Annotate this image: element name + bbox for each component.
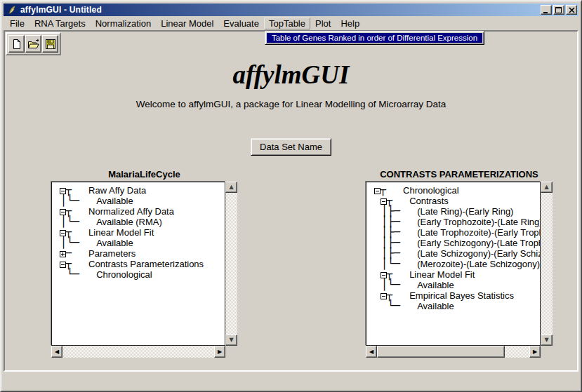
toptable-dropdown-menu: Table of Genes Ranked in order of Differ… — [265, 31, 484, 45]
collapse-box-icon[interactable] — [381, 272, 387, 278]
scroll-left-button[interactable]: ◀ — [51, 346, 62, 358]
scroll-right-button[interactable]: ▶ — [529, 346, 541, 358]
tree-node-label: Available — [417, 301, 454, 311]
minimize-button[interactable] — [541, 5, 552, 15]
right-vertical-scrollbar[interactable]: ▲ ▼ — [541, 182, 553, 346]
maximize-icon — [555, 7, 562, 13]
tree-node-label: Available — [96, 238, 133, 248]
tree-node[interactable]: └─ Available — [375, 301, 540, 311]
tree-node-label: Available — [417, 280, 454, 290]
arrow-right-icon: ▶ — [533, 349, 537, 355]
scrollbar-track[interactable] — [541, 193, 553, 334]
save-file-icon — [45, 39, 56, 50]
tree-node-label: (Early Trophozoite)-(Late Ring) — [417, 217, 541, 227]
tree-malaria-life-cycle: ┬ Raw Affy Data │└─ Available ┬ Normaliz… — [51, 182, 225, 346]
scroll-right-button[interactable]: ▶ — [214, 346, 225, 358]
collapse-box-icon[interactable] — [381, 198, 387, 205]
tree-node[interactable]: └─ Chronological — [60, 269, 225, 280]
open-file-icon — [27, 39, 40, 50]
new-file-icon — [11, 39, 22, 50]
tree-node[interactable]: │└─ Available (RMA) — [60, 217, 225, 227]
arrow-left-icon: ◀ — [369, 349, 373, 355]
arrow-right-icon: ▶ — [218, 349, 222, 355]
scrollbar-thumb[interactable] — [377, 346, 505, 358]
arrow-up-icon: ▲ — [544, 184, 548, 190]
feather-icon — [6, 5, 18, 15]
menu-item[interactable]: RNA Targets — [29, 18, 91, 29]
tree-node[interactable]: │└─ Available — [60, 238, 225, 248]
tree-node-label: Linear Model Fit — [88, 227, 154, 238]
close-button[interactable] — [566, 5, 577, 15]
open-file-button[interactable] — [25, 35, 41, 53]
dataset-button-row: Data Set Name — [5, 138, 577, 156]
tree-node-label: Chronological — [96, 269, 152, 280]
menu-bar: File RNA Targets Normalization Linear Mo… — [4, 17, 578, 30]
new-file-button[interactable] — [8, 35, 25, 53]
collapse-box-icon[interactable] — [60, 262, 66, 268]
right-horizontal-scrollbar[interactable]: ◀ ▶ — [366, 346, 541, 358]
window-title: affylmGUI - Untitled — [20, 5, 102, 15]
content-frame: affylmGUI Welcome to affylmGUI, a packag… — [4, 30, 578, 372]
save-file-button[interactable] — [42, 35, 58, 53]
maximize-button[interactable] — [553, 5, 564, 15]
menu-item[interactable]: Normalization — [91, 18, 156, 29]
left-panel-header: MalariaLifeCycle — [51, 169, 237, 180]
tree-node-label: (Late Ring)-(Early Ring) — [417, 206, 513, 217]
tree-node[interactable]: ─ Parameters — [60, 248, 225, 259]
tree-node-label: Empirical Bayes Statistics — [409, 290, 514, 301]
scroll-up-button[interactable]: ▲ — [541, 182, 553, 193]
tree-node-label: Parameters — [88, 248, 135, 259]
menu-item-table-of-genes[interactable]: Table of Genes Ranked in order of Differ… — [267, 33, 482, 43]
right-panel-header: CONTRASTS PARAMETERIZATIONS — [366, 169, 553, 180]
collapse-box-icon[interactable] — [374, 188, 381, 194]
tree-node-label: Contrasts Parameterizations — [88, 259, 204, 269]
tree-connector: └─ — [60, 269, 92, 280]
arrow-down-icon: ▼ — [544, 337, 548, 343]
menu-item[interactable]: Evaluate — [218, 18, 264, 29]
data-set-name-button[interactable]: Data Set Name — [251, 138, 331, 156]
collapse-box-icon[interactable] — [60, 188, 66, 194]
app-window: affylmGUI - Untitled File RNA Targets No… — [0, 0, 582, 392]
collapse-box-icon[interactable] — [60, 209, 66, 215]
scrollbar-track[interactable] — [62, 346, 214, 358]
welcome-text: Welcome to affylmGUI, a package for Line… — [5, 99, 577, 109]
tree-node-label: Available (RMA) — [96, 217, 162, 227]
menu-item[interactable]: Linear Model — [156, 18, 218, 29]
tree-node-label: (Merozoite)-(Late Schizogony) — [417, 259, 540, 269]
tree-node-label: (Early Schizogony)-(Late Trophozoite) — [417, 238, 541, 248]
scroll-left-button[interactable]: ◀ — [366, 346, 377, 358]
menu-item[interactable]: File — [5, 18, 29, 29]
tree-node[interactable]: │└─ Available — [60, 196, 225, 206]
title-bar: affylmGUI - Untitled — [4, 4, 578, 16]
scroll-down-button[interactable]: ▼ — [225, 334, 237, 346]
expand-box-icon[interactable] — [60, 251, 66, 257]
tree-node-label: Chronological — [403, 185, 459, 196]
scrollbar-track[interactable] — [505, 346, 529, 358]
collapse-box-icon[interactable] — [60, 230, 66, 236]
minimize-icon — [543, 7, 550, 13]
menu-item[interactable]: Plot — [310, 18, 336, 29]
arrow-up-icon: ▲ — [229, 184, 233, 190]
tree-node-label: Linear Model Fit — [409, 269, 475, 280]
scroll-up-button[interactable]: ▲ — [225, 182, 237, 193]
scrollbar-track[interactable] — [225, 193, 237, 334]
tree-node-label: Raw Affy Data — [88, 185, 146, 196]
tree-node-label: Contrasts — [409, 196, 449, 206]
menu-item[interactable]: Help — [336, 18, 364, 29]
menu-item[interactable]: TopTable — [264, 18, 310, 29]
arrow-left-icon: ◀ — [55, 349, 59, 355]
collapse-box-icon[interactable] — [381, 293, 387, 299]
left-vertical-scrollbar[interactable]: ▲ ▼ — [225, 182, 237, 346]
tree-node-label: Normalized Affy Data — [88, 206, 174, 217]
tree-node-label: Available — [96, 196, 133, 206]
close-icon — [569, 7, 575, 13]
arrow-down-icon: ▼ — [229, 337, 233, 343]
app-title: affylmGUI — [5, 60, 577, 90]
toolbar — [6, 32, 61, 55]
tree-node-label: (Late Schizogony)-(Early Schizogony) — [417, 248, 541, 259]
tree-connector: └─ — [375, 301, 413, 311]
tree-node-label: (Late Trophozoite)-(Early Trophozoite) — [417, 227, 541, 238]
scroll-down-button[interactable]: ▼ — [541, 334, 553, 346]
left-horizontal-scrollbar[interactable]: ◀ ▶ — [51, 346, 225, 358]
tree-contrasts-parameterizations: ┬ Chronological ┬ Contrasts │├─ (Late Ri… — [366, 182, 541, 346]
